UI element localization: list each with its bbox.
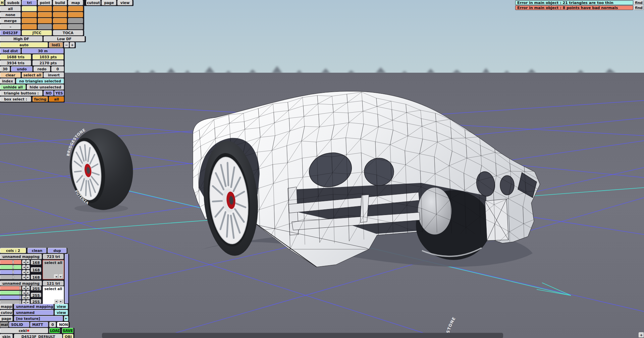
increment-icon[interactable]: ► [26, 265, 30, 269]
redo-button[interactable]: redo [34, 66, 50, 72]
high-df-button[interactable]: High DF [0, 36, 43, 42]
slider-handle[interactable] [12, 270, 14, 274]
color-value[interactable]: 255 [31, 299, 41, 303]
skin-value[interactable]: D4523F_DEFAULT [14, 334, 62, 338]
grid-cell[interactable] [38, 24, 52, 29]
lod-dist-value[interactable]: 30 m [22, 48, 64, 54]
lod-plus-button[interactable]: + [70, 42, 75, 48]
clean-button[interactable]: clean [28, 248, 47, 253]
slider-handle[interactable] [12, 265, 14, 269]
increment-icon[interactable]: ► [26, 291, 30, 295]
color-value[interactable]: 168 [31, 260, 41, 265]
increment-icon[interactable]: ► [26, 295, 30, 299]
green-slider[interactable] [0, 291, 21, 295]
blue-slider[interactable] [0, 270, 21, 274]
lod-dist-label[interactable]: lod dist [0, 48, 21, 54]
increment-icon[interactable]: ► [26, 270, 30, 274]
decrement-icon[interactable]: ◄ [22, 260, 26, 264]
select-all-button[interactable]: select all [22, 72, 43, 78]
slider-handle[interactable] [12, 260, 14, 264]
color-value[interactable]: 168 [31, 275, 41, 279]
triangle-buttons-yes[interactable]: YES [54, 90, 64, 96]
low-df-button[interactable]: Low DF [44, 36, 85, 42]
mat-matt-button[interactable]: MATT [30, 322, 48, 327]
cols-button[interactable]: cols : 2 [0, 248, 26, 253]
color-value[interactable]: 168 [31, 267, 41, 272]
invert-button[interactable]: invert [44, 72, 64, 78]
slider-handle[interactable] [19, 291, 21, 294]
color-value[interactable]: 255 [31, 293, 41, 297]
unhide-all-button[interactable]: unhide all [0, 84, 26, 90]
box-select-facing[interactable]: facing [33, 96, 48, 102]
page-next-icon[interactable]: ► [64, 316, 68, 321]
slider-handle[interactable] [19, 296, 21, 299]
zoom-in-button[interactable]: + [639, 332, 644, 338]
jtcc-button[interactable]: JTCC [22, 30, 52, 36]
find-button[interactable]: find [634, 5, 644, 10]
page-value[interactable]: [no texture] [14, 316, 63, 321]
lod-minus-button[interactable]: − [64, 42, 69, 48]
find-button[interactable]: find [634, 0, 644, 5]
clear-button[interactable]: clear [0, 72, 21, 78]
mapping-view-button[interactable]: view [55, 304, 68, 309]
increment-icon[interactable]: ► [26, 275, 30, 279]
brightness-slider[interactable] [0, 275, 21, 279]
red-slider[interactable] [0, 260, 21, 264]
menu-point[interactable]: point [38, 0, 52, 5]
grid-cell[interactable] [38, 6, 52, 11]
triangle-buttons-no[interactable]: NO [44, 90, 54, 96]
subobj-merge[interactable]: merge [0, 18, 21, 23]
dup-button[interactable]: dup [48, 248, 67, 253]
slider-handle[interactable] [12, 275, 14, 279]
grid-cell[interactable] [68, 12, 83, 17]
grid-cell[interactable] [22, 12, 37, 17]
decrement-icon[interactable]: ◄ [22, 286, 26, 290]
next-material-icon[interactable]: ► [59, 299, 63, 303]
grid-cell[interactable] [53, 18, 67, 23]
prev-material-icon[interactable]: ◄ [54, 299, 58, 303]
subobj-dash[interactable]: – [0, 24, 21, 29]
cutout-view-button[interactable]: view [55, 310, 68, 315]
menu-map[interactable]: map [68, 0, 83, 5]
material-select-all[interactable]: select all ◄ ► [43, 260, 64, 279]
red-slider[interactable] [0, 286, 21, 290]
menu-view[interactable]: view [117, 0, 132, 5]
menu-cutout[interactable]: cutout [86, 0, 101, 5]
select-all-label[interactable]: select all [43, 286, 64, 291]
menu-tri[interactable]: tri [22, 0, 37, 5]
menu-subob[interactable]: subob [5, 0, 21, 5]
toca-button[interactable]: TOCA [53, 30, 83, 36]
subobj-all[interactable]: all [0, 6, 21, 11]
mat-zero-button[interactable]: 0 [49, 322, 56, 327]
grid-cell[interactable] [53, 24, 67, 29]
menu-h[interactable]: H [0, 0, 4, 5]
file-name-field[interactable]: cekl✱ [0, 328, 48, 333]
decrement-icon[interactable]: ◄ [22, 275, 26, 279]
mat-none-value[interactable]: NONE [57, 322, 69, 327]
grid-cell[interactable] [68, 6, 83, 11]
slider-handle[interactable] [19, 286, 21, 290]
menu-page[interactable]: page [102, 0, 116, 5]
materials-scrollbar[interactable] [65, 254, 68, 303]
save-button[interactable]: SAVE [62, 328, 73, 333]
mapping-name[interactable]: unnamed mapping [0, 281, 42, 286]
grid-cell[interactable] [38, 18, 52, 23]
increment-icon[interactable]: ► [26, 260, 30, 264]
green-slider[interactable] [0, 265, 21, 269]
blue-slider[interactable] [0, 295, 21, 299]
index-button[interactable]: index [0, 78, 15, 84]
grid-cell[interactable] [68, 18, 83, 23]
obj-button[interactable]: OBJ [63, 334, 73, 338]
grid-cell[interactable] [22, 24, 37, 29]
grid-cell[interactable] [22, 18, 37, 23]
cutout-value[interactable]: unnamed [14, 310, 54, 315]
material-select-all[interactable]: select all ◄ ► [43, 286, 64, 304]
select-all-label[interactable]: select all [43, 260, 64, 265]
undo-button[interactable]: undo [11, 66, 33, 72]
grid-cell[interactable] [68, 24, 83, 29]
grid-cell[interactable] [22, 6, 37, 11]
mapping-name[interactable]: unnamed mapping [0, 254, 42, 259]
grid-cell[interactable] [53, 6, 67, 11]
next-material-icon[interactable]: ► [59, 274, 63, 279]
decrement-icon[interactable]: ◄ [22, 295, 26, 299]
